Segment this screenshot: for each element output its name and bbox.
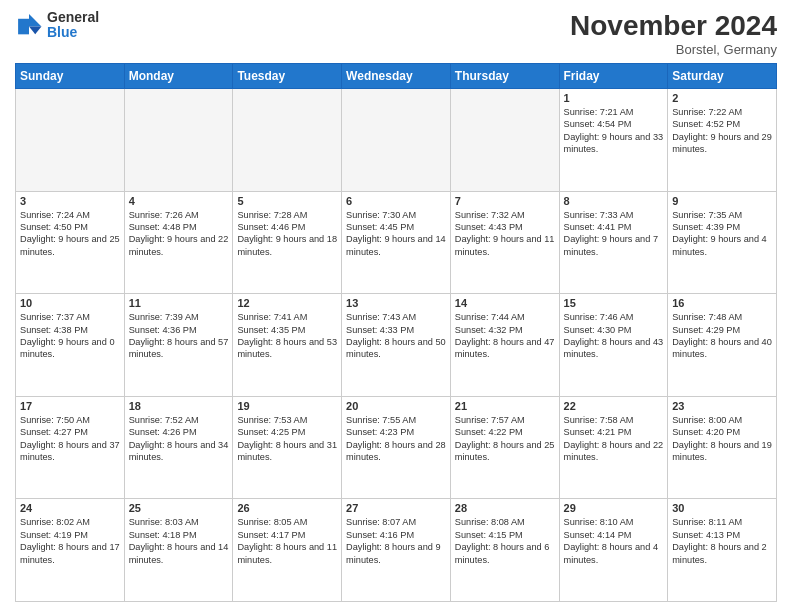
table-row: 25Sunrise: 8:03 AM Sunset: 4:18 PM Dayli…: [124, 499, 233, 602]
table-row: [233, 89, 342, 192]
day-info: Sunrise: 8:08 AM Sunset: 4:15 PM Dayligh…: [455, 516, 555, 566]
page: General Blue November 2024 Borstel, Germ…: [0, 0, 792, 612]
header: General Blue November 2024 Borstel, Germ…: [15, 10, 777, 57]
col-monday: Monday: [124, 64, 233, 89]
col-wednesday: Wednesday: [342, 64, 451, 89]
table-row: 27Sunrise: 8:07 AM Sunset: 4:16 PM Dayli…: [342, 499, 451, 602]
day-number: 7: [455, 195, 555, 207]
day-info: Sunrise: 7:41 AM Sunset: 4:35 PM Dayligh…: [237, 311, 337, 361]
table-row: 2Sunrise: 7:22 AM Sunset: 4:52 PM Daylig…: [668, 89, 777, 192]
day-number: 14: [455, 297, 555, 309]
day-number: 21: [455, 400, 555, 412]
logo-general-text: General: [47, 10, 99, 25]
day-number: 19: [237, 400, 337, 412]
logo-blue-text: Blue: [47, 25, 99, 40]
table-row: 9Sunrise: 7:35 AM Sunset: 4:39 PM Daylig…: [668, 191, 777, 294]
day-info: Sunrise: 8:02 AM Sunset: 4:19 PM Dayligh…: [20, 516, 120, 566]
day-info: Sunrise: 7:43 AM Sunset: 4:33 PM Dayligh…: [346, 311, 446, 361]
calendar-week-row: 10Sunrise: 7:37 AM Sunset: 4:38 PM Dayli…: [16, 294, 777, 397]
day-info: Sunrise: 7:33 AM Sunset: 4:41 PM Dayligh…: [564, 209, 664, 259]
day-number: 20: [346, 400, 446, 412]
day-info: Sunrise: 8:10 AM Sunset: 4:14 PM Dayligh…: [564, 516, 664, 566]
table-row: 14Sunrise: 7:44 AM Sunset: 4:32 PM Dayli…: [450, 294, 559, 397]
svg-marker-1: [29, 27, 41, 35]
day-number: 10: [20, 297, 120, 309]
day-info: Sunrise: 7:50 AM Sunset: 4:27 PM Dayligh…: [20, 414, 120, 464]
calendar-week-row: 24Sunrise: 8:02 AM Sunset: 4:19 PM Dayli…: [16, 499, 777, 602]
day-number: 2: [672, 92, 772, 104]
svg-rect-2: [18, 19, 29, 35]
day-number: 24: [20, 502, 120, 514]
table-row: 5Sunrise: 7:28 AM Sunset: 4:46 PM Daylig…: [233, 191, 342, 294]
calendar-week-row: 1Sunrise: 7:21 AM Sunset: 4:54 PM Daylig…: [16, 89, 777, 192]
table-row: 21Sunrise: 7:57 AM Sunset: 4:22 PM Dayli…: [450, 396, 559, 499]
logo: General Blue: [15, 10, 99, 41]
table-row: 13Sunrise: 7:43 AM Sunset: 4:33 PM Dayli…: [342, 294, 451, 397]
table-row: 23Sunrise: 8:00 AM Sunset: 4:20 PM Dayli…: [668, 396, 777, 499]
day-info: Sunrise: 7:28 AM Sunset: 4:46 PM Dayligh…: [237, 209, 337, 259]
day-info: Sunrise: 8:05 AM Sunset: 4:17 PM Dayligh…: [237, 516, 337, 566]
table-row: 12Sunrise: 7:41 AM Sunset: 4:35 PM Dayli…: [233, 294, 342, 397]
day-info: Sunrise: 7:30 AM Sunset: 4:45 PM Dayligh…: [346, 209, 446, 259]
table-row: 10Sunrise: 7:37 AM Sunset: 4:38 PM Dayli…: [16, 294, 125, 397]
day-info: Sunrise: 7:44 AM Sunset: 4:32 PM Dayligh…: [455, 311, 555, 361]
col-friday: Friday: [559, 64, 668, 89]
table-row: 24Sunrise: 8:02 AM Sunset: 4:19 PM Dayli…: [16, 499, 125, 602]
day-info: Sunrise: 7:57 AM Sunset: 4:22 PM Dayligh…: [455, 414, 555, 464]
day-info: Sunrise: 7:39 AM Sunset: 4:36 PM Dayligh…: [129, 311, 229, 361]
table-row: [450, 89, 559, 192]
day-info: Sunrise: 7:21 AM Sunset: 4:54 PM Dayligh…: [564, 106, 664, 156]
day-info: Sunrise: 8:11 AM Sunset: 4:13 PM Dayligh…: [672, 516, 772, 566]
day-number: 25: [129, 502, 229, 514]
day-number: 11: [129, 297, 229, 309]
day-info: Sunrise: 7:35 AM Sunset: 4:39 PM Dayligh…: [672, 209, 772, 259]
day-number: 13: [346, 297, 446, 309]
day-info: Sunrise: 7:48 AM Sunset: 4:29 PM Dayligh…: [672, 311, 772, 361]
logo-icon: [15, 11, 43, 39]
table-row: 8Sunrise: 7:33 AM Sunset: 4:41 PM Daylig…: [559, 191, 668, 294]
table-row: 19Sunrise: 7:53 AM Sunset: 4:25 PM Dayli…: [233, 396, 342, 499]
table-row: 4Sunrise: 7:26 AM Sunset: 4:48 PM Daylig…: [124, 191, 233, 294]
table-row: 3Sunrise: 7:24 AM Sunset: 4:50 PM Daylig…: [16, 191, 125, 294]
day-number: 4: [129, 195, 229, 207]
day-number: 28: [455, 502, 555, 514]
table-row: 22Sunrise: 7:58 AM Sunset: 4:21 PM Dayli…: [559, 396, 668, 499]
day-number: 22: [564, 400, 664, 412]
table-row: [342, 89, 451, 192]
day-info: Sunrise: 7:46 AM Sunset: 4:30 PM Dayligh…: [564, 311, 664, 361]
col-sunday: Sunday: [16, 64, 125, 89]
calendar-table: Sunday Monday Tuesday Wednesday Thursday…: [15, 63, 777, 602]
day-info: Sunrise: 7:22 AM Sunset: 4:52 PM Dayligh…: [672, 106, 772, 156]
day-info: Sunrise: 7:52 AM Sunset: 4:26 PM Dayligh…: [129, 414, 229, 464]
day-info: Sunrise: 8:07 AM Sunset: 4:16 PM Dayligh…: [346, 516, 446, 566]
day-info: Sunrise: 7:58 AM Sunset: 4:21 PM Dayligh…: [564, 414, 664, 464]
day-number: 16: [672, 297, 772, 309]
table-row: 30Sunrise: 8:11 AM Sunset: 4:13 PM Dayli…: [668, 499, 777, 602]
day-number: 26: [237, 502, 337, 514]
calendar-week-row: 17Sunrise: 7:50 AM Sunset: 4:27 PM Dayli…: [16, 396, 777, 499]
day-number: 12: [237, 297, 337, 309]
table-row: 20Sunrise: 7:55 AM Sunset: 4:23 PM Dayli…: [342, 396, 451, 499]
day-info: Sunrise: 8:00 AM Sunset: 4:20 PM Dayligh…: [672, 414, 772, 464]
table-row: 1Sunrise: 7:21 AM Sunset: 4:54 PM Daylig…: [559, 89, 668, 192]
calendar-header-row: Sunday Monday Tuesday Wednesday Thursday…: [16, 64, 777, 89]
table-row: [16, 89, 125, 192]
day-info: Sunrise: 7:24 AM Sunset: 4:50 PM Dayligh…: [20, 209, 120, 259]
col-tuesday: Tuesday: [233, 64, 342, 89]
day-number: 8: [564, 195, 664, 207]
table-row: 7Sunrise: 7:32 AM Sunset: 4:43 PM Daylig…: [450, 191, 559, 294]
table-row: 15Sunrise: 7:46 AM Sunset: 4:30 PM Dayli…: [559, 294, 668, 397]
table-row: 16Sunrise: 7:48 AM Sunset: 4:29 PM Dayli…: [668, 294, 777, 397]
day-number: 1: [564, 92, 664, 104]
col-saturday: Saturday: [668, 64, 777, 89]
day-number: 27: [346, 502, 446, 514]
table-row: 28Sunrise: 8:08 AM Sunset: 4:15 PM Dayli…: [450, 499, 559, 602]
table-row: 26Sunrise: 8:05 AM Sunset: 4:17 PM Dayli…: [233, 499, 342, 602]
svg-marker-0: [29, 15, 41, 27]
day-info: Sunrise: 7:53 AM Sunset: 4:25 PM Dayligh…: [237, 414, 337, 464]
calendar-week-row: 3Sunrise: 7:24 AM Sunset: 4:50 PM Daylig…: [16, 191, 777, 294]
day-number: 30: [672, 502, 772, 514]
day-number: 9: [672, 195, 772, 207]
table-row: [124, 89, 233, 192]
day-number: 5: [237, 195, 337, 207]
